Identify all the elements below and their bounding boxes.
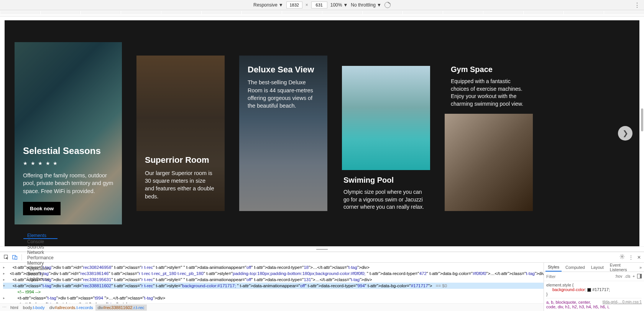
device-menu-icon[interactable]: ⋮: [634, 2, 640, 9]
styles-filter-row: :hov .cls +: [544, 272, 644, 281]
resize-handle[interactable]: [0, 246, 644, 252]
devtools-tab-lighthouse[interactable]: Lighthouse: [23, 277, 58, 282]
dom-tree[interactable]: ▸ <t-attr">class="t-tag">div t-attr">id=…: [0, 263, 544, 303]
card-desc: The best-selling Deluxe Room is 44 squar…: [248, 79, 319, 110]
throttle-dropdown[interactable]: No throttling ▼: [351, 2, 381, 8]
devtools-tab-network[interactable]: Network: [23, 250, 58, 255]
card-desc: Our larger Superior room is 30 square me…: [145, 169, 216, 200]
devtools-tab-performance[interactable]: Performance: [23, 255, 58, 260]
devtools-tab-memory[interactable]: Memory: [23, 260, 58, 266]
dom-line[interactable]: ▸ <t-attr">class="t-tag">div t-attr">cla…: [3, 295, 544, 301]
cls-toggle[interactable]: .cls: [624, 274, 630, 278]
devtools-tab-application[interactable]: Application: [23, 266, 58, 271]
inspect-element-icon[interactable]: [3, 254, 10, 261]
zoom-dropdown[interactable]: 100% ▼: [330, 2, 348, 8]
breadcrumb-item[interactable]: html: [8, 304, 21, 311]
devtools-tabs: ElementsConsoleSourcesNetworkPerformance…: [0, 252, 644, 263]
device-toolbar: Responsive ▼ × 100% ▼ No throttling ▼ ⋮: [0, 0, 644, 10]
rating-stars: ★ ★ ★ ★ ★: [23, 160, 113, 166]
styles-tabs: StylesComputedLayoutEvent Listeners»: [544, 263, 644, 272]
card-desc: Olympic size pool where you can go for a…: [343, 188, 429, 211]
styles-rules[interactable]: element.style { background-color: #17171…: [544, 281, 644, 311]
hov-toggle[interactable]: :hov: [615, 274, 622, 278]
ruler: [0, 10, 644, 16]
card-title: Gym Space: [451, 65, 527, 74]
card-gym[interactable]: Gym Space Equipped with a fantastic choi…: [445, 56, 533, 211]
devtools-tab-sources[interactable]: Sources: [23, 244, 58, 250]
card-desc: Equipped with a fantastic choices of exe…: [451, 78, 527, 108]
chevron-right-icon: ❯: [623, 129, 628, 137]
breadcrumb-item[interactable]: div#allrecords.t-records: [47, 304, 95, 311]
card-title: Selestial Seasons: [23, 146, 113, 157]
dimension-separator: ×: [306, 2, 308, 8]
card-title: Swiming Pool: [343, 175, 429, 185]
devtools-close-icon[interactable]: ✕: [637, 255, 641, 260]
card-superior[interactable]: Superrior Room Our larger Superior room …: [136, 56, 225, 211]
color-swatch[interactable]: [587, 288, 591, 292]
styles-tab-layout[interactable]: Layout: [589, 263, 606, 272]
devtools-tab-security[interactable]: Security: [23, 271, 58, 277]
card-selestial[interactable]: Selestial Seasons ★ ★ ★ ★ ★ Offering the…: [15, 42, 122, 224]
settings-icon[interactable]: [619, 254, 625, 260]
card-deluxe[interactable]: Deluxe Sea View The best-selling Deluxe …: [239, 56, 327, 211]
page-preview: Selestial Seasons ★ ★ ★ ★ ★ Offering the…: [5, 20, 639, 246]
dom-line[interactable]: <!-- t994 -->: [3, 289, 544, 295]
styles-panel: StylesComputedLayoutEvent Listeners» :ho…: [544, 263, 644, 311]
dom-line[interactable]: ▾ <t-attr">class="t-tag">div t-attr">id=…: [3, 283, 544, 289]
breadcrumb-item[interactable]: div#rec338811602.r.t-rec: [95, 304, 147, 311]
styles-filter-input[interactable]: [546, 274, 613, 279]
viewport: Selestial Seasons ★ ★ ★ ★ ★ Offering the…: [0, 16, 644, 246]
card-image: [342, 66, 430, 170]
book-now-button[interactable]: Book now: [23, 202, 61, 215]
devtools-tab-elements[interactable]: Elements: [23, 233, 58, 239]
dom-line[interactable]: ▸ <t-attr">class="t-tag">div t-attr">id=…: [3, 264, 544, 270]
viewport-height-input[interactable]: [311, 2, 327, 8]
card-pool[interactable]: Swiming Pool Olympic size pool where you…: [342, 56, 430, 211]
styles-tab-event-listeners[interactable]: Event Listeners: [608, 263, 636, 272]
source-link[interactable]: tilda-grid-…0.min.css:1: [603, 300, 642, 304]
svg-rect-5: [640, 274, 642, 278]
carousel-next-button[interactable]: ❯: [618, 126, 632, 141]
card-image: [445, 114, 533, 211]
viewport-width-input[interactable]: [286, 2, 302, 8]
card-title: Deluxe Sea View: [248, 65, 319, 75]
dom-line[interactable]: ▸ <t-attr">class="t-tag">div t-attr">id=…: [3, 270, 544, 277]
devtools-panel: ElementsConsoleSourcesNetworkPerformance…: [0, 252, 644, 311]
card-title: Superrior Room: [145, 155, 216, 165]
styles-tab-computed[interactable]: Computed: [563, 263, 587, 272]
viewport-scrollbar[interactable]: [641, 108, 643, 131]
card-desc: Offering the family rooms, outdoor pool,…: [23, 172, 113, 195]
dom-breadcrumb[interactable]: ⋯ htmlbody.t-bodydiv#allrecords.t-record…: [0, 303, 544, 311]
styles-sidebar-toggle-icon[interactable]: [637, 274, 642, 279]
styles-tabs-overflow-icon[interactable]: »: [637, 265, 644, 270]
dom-line[interactable]: ▸ <t-attr">class="t-tag">div t-attr">id=…: [3, 277, 544, 283]
device-mode-dropdown[interactable]: Responsive ▼: [253, 2, 283, 8]
rotate-icon[interactable]: [384, 2, 391, 8]
device-toggle-icon[interactable]: [12, 254, 18, 261]
add-rule-button[interactable]: +: [632, 274, 635, 278]
breadcrumb-item[interactable]: body.t-body: [21, 304, 47, 311]
devtools-menu-icon[interactable]: ⋮: [629, 255, 633, 260]
svg-rect-2: [15, 256, 17, 259]
styles-tab-styles[interactable]: Styles: [545, 263, 562, 272]
svg-point-3: [621, 256, 623, 257]
devtools-tab-console[interactable]: Console: [23, 239, 58, 244]
